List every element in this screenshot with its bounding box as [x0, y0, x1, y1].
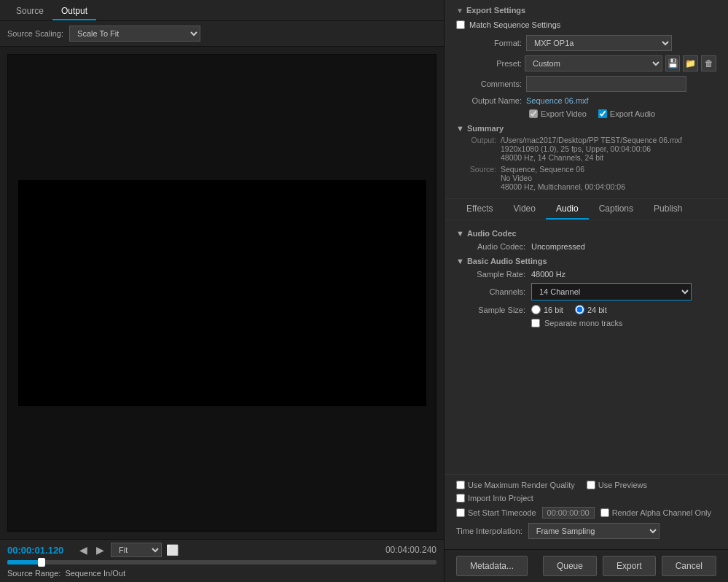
render-alpha-checkbox[interactable]	[600, 508, 609, 517]
channels-select[interactable]: 14 Channel Mono Stereo 5.1 16 Channel	[531, 283, 692, 300]
footer-buttons: Metadata... Queue Export Cancel	[445, 549, 728, 582]
audio-codec-collapse-icon[interactable]: ▼	[456, 229, 464, 238]
export-video-checkbox[interactable]	[529, 109, 538, 118]
preview-black	[18, 180, 426, 406]
start-timecode-value: 00:00:00:00	[542, 507, 595, 519]
right-panel: ▼ Export Settings Match Sequence Setting…	[445, 0, 728, 582]
tab-captions[interactable]: Captions	[589, 199, 643, 220]
separate-mono-checkbox[interactable]	[531, 319, 540, 327]
export-button[interactable]: Export	[603, 556, 656, 576]
summary-section: ▼ Summary Output: /Users/mac2017/Desktop…	[445, 124, 728, 199]
sample-rate-row: Sample Rate: 48000 Hz	[456, 270, 716, 279]
sample-rate-value: 48000 Hz	[531, 270, 565, 279]
summary-source-value: Sequence, Sequence 06 No Video 48000 Hz,…	[501, 165, 625, 191]
format-select[interactable]: MXF OP1a	[526, 35, 672, 51]
output-name-link[interactable]: Sequence 06.mxf	[526, 96, 589, 105]
use-previews-label: Use Previews	[587, 481, 647, 489]
audio-codec-value: Uncompressed	[531, 242, 585, 251]
source-range-label: Source Range:	[7, 569, 60, 578]
time-interpolation-select[interactable]: Frame Sampling Frame Blending Optical Fl…	[528, 523, 659, 539]
output-name-label: Output Name:	[456, 96, 522, 105]
separate-mono-label: Separate mono tracks	[544, 319, 623, 327]
export-audio-label: Export Audio	[598, 109, 655, 118]
basic-audio-collapse-icon[interactable]: ▼	[456, 257, 464, 265]
format-label: Format:	[456, 39, 522, 47]
tab-effects[interactable]: Effects	[456, 199, 503, 220]
footer-right-buttons: Queue Export Cancel	[543, 556, 716, 576]
queue-button[interactable]: Queue	[543, 556, 597, 576]
max-render-quality-checkbox[interactable]	[456, 481, 465, 489]
sample-rate-label: Sample Rate:	[456, 270, 525, 279]
source-scaling-select[interactable]: Scale To Fit Scale To Fill Stretch To Fi…	[69, 26, 200, 42]
preview-area	[7, 54, 437, 532]
tab-output[interactable]: Output	[52, 3, 96, 20]
export-settings-label: Export Settings	[466, 6, 525, 15]
timeline-marker	[38, 558, 45, 567]
separate-mono-row: Separate mono tracks	[456, 319, 716, 327]
channels-row: Channels: 14 Channel Mono Stereo 5.1 16 …	[456, 283, 716, 300]
sample-size-16-radio[interactable]	[531, 305, 541, 314]
preset-select[interactable]: Custom	[525, 55, 662, 71]
inner-tabs: Effects Video Audio Captions Publish	[445, 199, 728, 220]
export-settings-header: ▼ Export Settings	[456, 6, 716, 15]
timecode-end: 00:04:00.240	[385, 545, 437, 555]
sample-size-radio-group: 16 bit 24 bit	[531, 305, 607, 314]
max-render-quality-label: Use Maximum Render Quality	[456, 481, 575, 489]
use-previews-checkbox[interactable]	[587, 481, 595, 489]
timeline-bar[interactable]	[7, 560, 437, 564]
transport-play[interactable]: ▶	[94, 544, 106, 556]
transport-prev[interactable]: ◀	[77, 544, 90, 556]
comments-label: Comments:	[456, 79, 522, 88]
preset-delete-btn[interactable]: 🗑	[701, 55, 716, 71]
set-start-timecode-checkbox[interactable]	[456, 508, 465, 517]
render-alpha-label: Render Alpha Channel Only	[600, 508, 711, 517]
audio-section: ▼ Audio Codec Audio Codec: Uncompressed …	[445, 220, 728, 474]
basic-audio-section-label: Basic Audio Settings	[467, 257, 547, 265]
summary-collapse-icon[interactable]: ▼	[456, 124, 464, 133]
source-scaling-label: Source Scaling:	[7, 29, 63, 38]
match-sequence-checkbox[interactable]	[456, 20, 465, 29]
import-into-project-checkbox[interactable]	[456, 494, 465, 503]
audio-codec-section-label: Audio Codec	[467, 229, 517, 238]
tab-video[interactable]: Video	[503, 199, 545, 220]
timeline-filled	[7, 560, 42, 564]
left-tabs: Source Output	[0, 0, 444, 21]
preset-import-btn[interactable]: 📁	[683, 55, 698, 71]
import-project-row: Import Into Project	[456, 494, 716, 503]
audio-codec-header: ▼ Audio Codec	[456, 229, 716, 238]
export-audio-checkbox[interactable]	[598, 109, 607, 118]
fullscreen-btn[interactable]: ⬜	[166, 544, 179, 556]
summary-source-row: Source: Sequence, Sequence 06 No Video 4…	[456, 165, 716, 191]
audio-codec-label: Audio Codec:	[456, 242, 525, 251]
summary-output-value: /Users/mac2017/Desktop/PP TEST/Sequence …	[501, 136, 682, 162]
comments-input[interactable]	[526, 76, 686, 92]
timecode-bar: 00:00:01.120 ◀ ▶ Fit 25% 50% 75% 100% ⬜ …	[0, 539, 444, 560]
tab-publish[interactable]: Publish	[643, 199, 692, 220]
sample-size-24-label: 24 bit	[575, 305, 607, 314]
export-settings-section: ▼ Export Settings Match Sequence Setting…	[445, 0, 728, 124]
import-into-project-label: Import Into Project	[456, 494, 533, 503]
fit-select[interactable]: Fit 25% 50% 75% 100%	[111, 543, 162, 557]
cancel-button[interactable]: Cancel	[662, 556, 716, 576]
start-timecode-row: Set Start Timecode 00:00:00:00 Render Al…	[456, 507, 716, 519]
basic-audio-header: ▼ Basic Audio Settings	[456, 257, 716, 265]
summary-source-label: Source:	[456, 165, 496, 191]
summary-header: ▼ Summary	[456, 124, 716, 133]
format-row: Format: MXF OP1a	[456, 35, 716, 51]
timecode-current: 00:00:01.120	[7, 545, 73, 556]
time-interpolation-label: Time Interpolation:	[456, 527, 522, 535]
sample-size-label: Sample Size:	[456, 306, 525, 314]
comments-row: Comments:	[456, 76, 716, 92]
channels-label: Channels:	[456, 287, 525, 296]
preset-label: Preset:	[456, 59, 522, 68]
tab-source[interactable]: Source	[7, 3, 52, 20]
summary-output-label: Output:	[456, 136, 496, 162]
source-range-value: Sequence In/Out	[65, 569, 125, 578]
preset-row: Preset: Custom 💾 📁 🗑	[456, 55, 716, 71]
collapse-icon[interactable]: ▼	[456, 7, 463, 15]
tab-audio[interactable]: Audio	[546, 199, 589, 220]
preset-save-btn[interactable]: 💾	[665, 55, 681, 71]
summary-output-row: Output: /Users/mac2017/Desktop/PP TEST/S…	[456, 136, 716, 162]
metadata-button[interactable]: Metadata...	[456, 556, 528, 576]
sample-size-24-radio[interactable]	[575, 305, 584, 314]
